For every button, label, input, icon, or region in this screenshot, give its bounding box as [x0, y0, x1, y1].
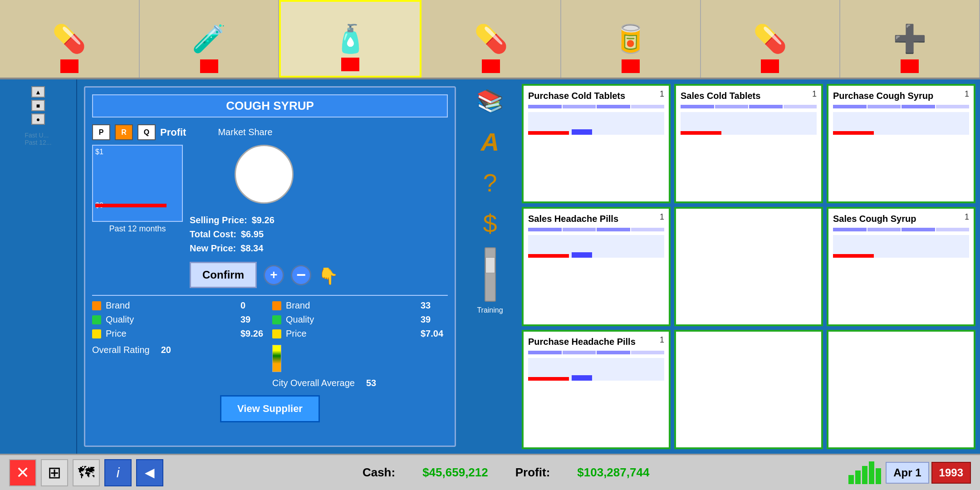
stats-section: Brand 0 Quality 39 Price $9.26 Overa — [92, 295, 448, 388]
close-button-left[interactable]: ● — [31, 113, 45, 125]
close-button[interactable]: ✕ — [9, 459, 36, 486]
brand-dot-left — [92, 301, 101, 310]
price-tag-0 — [60, 59, 78, 73]
card-num-3: 1 — [660, 212, 664, 222]
brand-stat-right: Brand 33 — [272, 300, 448, 311]
grid-icon[interactable]: ⊞ — [41, 459, 68, 486]
scroll-section: Training — [477, 247, 503, 314]
back-button[interactable]: ◀ — [136, 459, 163, 486]
year-display: 1993 — [931, 462, 971, 484]
total-cost-value: $6.95 — [241, 229, 264, 240]
new-price-value: $8.34 — [240, 243, 263, 254]
mini-red-bar-0 — [528, 131, 569, 135]
mini-chart-3 — [528, 235, 664, 258]
map-icon[interactable]: 🗺 — [73, 459, 100, 486]
price-tag-4 — [622, 59, 640, 73]
shelf-item-0[interactable]: 💊 — [0, 0, 140, 78]
view-supplier-button[interactable]: View Supplier — [220, 395, 320, 422]
product-grid-card-5[interactable]: Sales Cough Syrup 1 — [827, 207, 975, 326]
mini-red-bar-3 — [528, 254, 569, 258]
mini-chart-0 — [528, 112, 664, 135]
price-tag-2 — [341, 58, 359, 71]
dollar-icon[interactable]: $ — [471, 206, 510, 240]
shelf-item-4[interactable]: 🥫 — [561, 0, 701, 78]
profit-value-taskbar: $103,287,744 — [577, 466, 649, 480]
price-decrease-button[interactable]: − — [291, 265, 311, 285]
selling-price-row: Selling Price: $9.26 — [190, 215, 338, 225]
price-increase-button[interactable]: + — [264, 265, 284, 285]
cash-value: $45,659,212 — [422, 466, 488, 480]
mini-chart-2 — [833, 112, 969, 135]
new-price-label: New Price: — [190, 243, 236, 254]
confirm-section: Confirm + − 👇 — [190, 262, 338, 288]
scroll-thumb[interactable] — [485, 257, 495, 273]
font-icon[interactable]: A — [471, 125, 510, 159]
mini-bars-0 — [528, 105, 664, 135]
info-icon[interactable]: i — [104, 459, 132, 486]
shelf-item-5[interactable]: 💊 — [701, 0, 841, 78]
mini-chart-6 — [528, 358, 664, 381]
overall-value: 20 — [161, 345, 171, 355]
city-avg-value: 53 — [366, 378, 376, 388]
product-grid-card-6[interactable]: Purchase Headache Pills 1 — [522, 330, 671, 449]
product-grid: Purchase Cold Tablets 1 Sales Cold Ta — [517, 79, 980, 454]
total-cost-row: Total Cost: $6.95 — [190, 229, 338, 240]
r-button[interactable]: R — [115, 124, 133, 140]
p-button[interactable]: P — [92, 124, 110, 140]
price-tag-5 — [761, 59, 779, 73]
center-panel: COUGH SYRUP P R Q Profit Market Share $1… — [77, 79, 463, 454]
brand-value-left: 0 — [240, 300, 268, 311]
mini-bars-5 — [833, 228, 969, 258]
card-label-3: Sales Headache Pills — [528, 213, 664, 224]
price-tag-3 — [482, 59, 500, 73]
left-stats: Brand 0 Quality 39 Price $9.26 Overa — [92, 300, 268, 388]
product-grid-card-3[interactable]: Sales Headache Pills 1 — [522, 207, 671, 326]
quality-label-left: Quality — [106, 314, 236, 325]
shelf-item-3[interactable]: 💊 — [421, 0, 561, 78]
profit-label: Profit — [160, 127, 186, 138]
price-dot-left — [92, 329, 101, 338]
mini-red-bar-1 — [681, 131, 721, 135]
quality-dot-right — [272, 315, 281, 324]
price-tag-1 — [200, 59, 218, 73]
shelf-item-2[interactable]: 🧴 — [279, 0, 421, 78]
chart-area: $1 $0 Past 12 months Selling Price: $9.2… — [92, 145, 448, 288]
card-label-0: Purchase Cold Tablets — [528, 90, 664, 101]
date-section: Apr 1 1993 — [886, 462, 971, 484]
card-num-1: 1 — [812, 89, 817, 99]
q-button[interactable]: Q — [137, 124, 156, 140]
date-display: Apr 1 — [886, 462, 929, 484]
scroll-bar[interactable] — [485, 247, 496, 302]
shelf-item-1[interactable]: 🧪 — [140, 0, 279, 78]
brand-stat-left: Brand 0 — [92, 300, 268, 311]
product-grid-card-8[interactable] — [827, 330, 975, 449]
card-label-1: Sales Cold Tablets — [681, 90, 817, 101]
brand-label-left: Brand — [106, 300, 236, 311]
confirm-button[interactable]: Confirm — [190, 262, 257, 288]
city-avg-label: City Overall Average — [272, 378, 355, 388]
quality-stat-right: Quality 39 — [272, 314, 448, 325]
left-panel: ▲ ■ ● Fast U... Past 12... — [0, 79, 77, 454]
price-dot-right — [272, 329, 281, 338]
selling-price-label: Selling Price: — [190, 215, 247, 225]
product-grid-card-4[interactable] — [674, 207, 823, 326]
restore-button[interactable]: ■ — [31, 100, 45, 111]
card-label-6: Purchase Headache Pills — [528, 336, 664, 347]
product-grid-card-1[interactable]: Sales Cold Tablets 1 — [674, 84, 823, 203]
question-icon[interactable]: ? — [471, 166, 510, 200]
brand-value-right: 33 — [421, 300, 448, 311]
new-price-row: New Price: $8.34 — [190, 243, 338, 254]
product-grid-card-0[interactable]: Purchase Cold Tablets 1 — [522, 84, 671, 203]
right-stats: Brand 33 Quality 39 Price $7.04 — [272, 300, 448, 388]
cursor-indicator: 👇 — [318, 267, 338, 286]
market-share-pie — [235, 145, 294, 204]
card-num-6: 1 — [660, 335, 664, 345]
total-cost-label: Total Cost: — [190, 229, 236, 240]
price-label-right: Price — [286, 328, 416, 339]
product-grid-card-7[interactable] — [674, 330, 823, 449]
minimize-button[interactable]: ▲ — [31, 86, 45, 98]
books-icon[interactable]: 📚 — [471, 84, 510, 118]
bar-chart-taskbar[interactable] — [848, 461, 881, 484]
product-grid-card-2[interactable]: Purchase Cough Syrup 1 — [827, 84, 975, 203]
shelf-item-6[interactable]: ➕ — [840, 0, 980, 78]
